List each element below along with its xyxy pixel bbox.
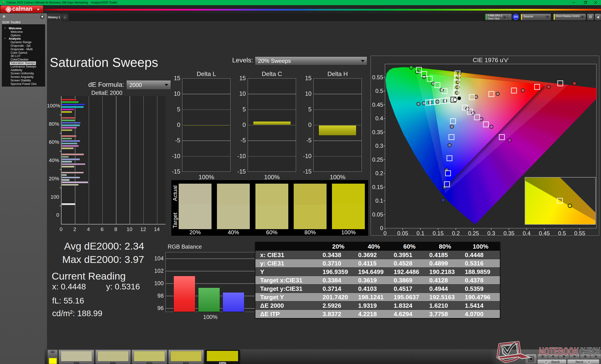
svg-text:0.5: 0.5 xyxy=(558,230,566,236)
svg-text:0.45: 0.45 xyxy=(539,230,550,236)
svg-text:0.4: 0.4 xyxy=(375,115,383,122)
svg-text:0.2: 0.2 xyxy=(452,230,460,236)
svg-text:0.1: 0.1 xyxy=(375,198,383,204)
svg-text:0.5: 0.5 xyxy=(375,88,383,94)
svg-text:0.25: 0.25 xyxy=(468,230,479,236)
svg-text:0.3: 0.3 xyxy=(487,230,495,236)
svg-text:0.45: 0.45 xyxy=(372,102,383,108)
svg-text:NOTEBOOK: NOTEBOOK xyxy=(539,345,579,357)
svg-text:0.35: 0.35 xyxy=(372,129,383,135)
svg-text:0: 0 xyxy=(380,225,383,231)
svg-text:0.55: 0.55 xyxy=(574,230,585,236)
svg-text:0: 0 xyxy=(383,230,386,236)
svg-text:0.15: 0.15 xyxy=(372,184,383,190)
svg-text:CHECK: CHECK xyxy=(580,345,600,357)
svg-text:0.05: 0.05 xyxy=(397,230,408,236)
svg-text:CIE 1976 u'v': CIE 1976 u'v' xyxy=(473,57,509,64)
svg-text:0.2: 0.2 xyxy=(375,170,383,176)
svg-text:0.25: 0.25 xyxy=(372,156,383,163)
svg-text:0.1: 0.1 xyxy=(416,230,424,236)
svg-text:0.05: 0.05 xyxy=(372,211,383,218)
svg-text:0.35: 0.35 xyxy=(503,230,514,236)
svg-text:0.55: 0.55 xyxy=(372,74,383,80)
svg-text:0.4: 0.4 xyxy=(523,230,531,236)
svg-text:0.15: 0.15 xyxy=(433,230,444,236)
svg-text:0.3: 0.3 xyxy=(375,143,383,149)
